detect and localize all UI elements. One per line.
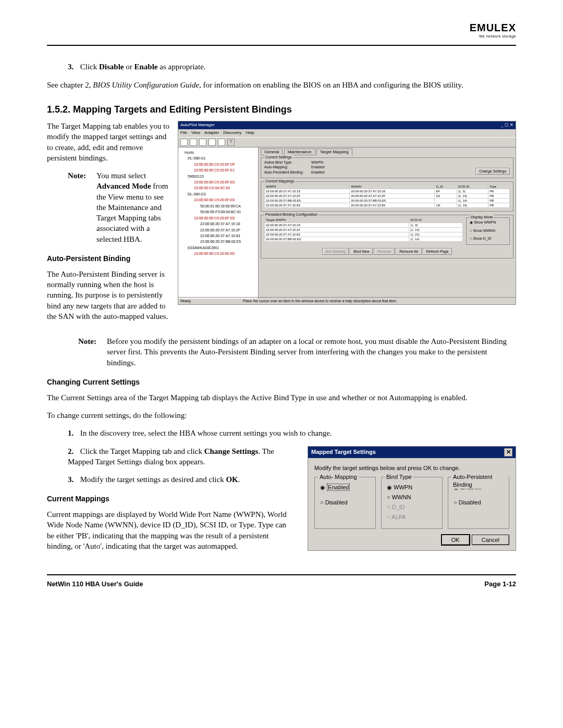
page-footer: NetWin 110 HBA User's Guide Page 1-12: [47, 574, 516, 589]
ok-button[interactable]: OK: [441, 534, 470, 546]
radio-did[interactable]: ○ D_ID: [387, 503, 437, 511]
display-mode-group: Display Mode ◉ Show WWPN ○ Show WWNN ○ S…: [466, 217, 510, 244]
change-settings-button[interactable]: Change Settings: [475, 168, 510, 175]
footer-left: NetWin 110 HBA User's Guide: [47, 579, 143, 589]
dialog-titlebar: Mapped Target Settings ✕: [308, 447, 516, 458]
brand-logo: EMULEX: [470, 22, 516, 33]
bind-new-button[interactable]: Bind New: [350, 248, 373, 255]
mappings-table[interactable]: WWPNWWNND_IDSCSI IDType 22:00:00:20:37:A…: [264, 184, 510, 208]
note-body: Before you modify the persistent binding…: [107, 336, 516, 368]
section-title: 1.5.2. Mapping Targets and Editing Persi…: [47, 103, 516, 116]
header-rule: [47, 45, 516, 46]
auto-pb-text: The Auto-Persistent Binding server is no…: [47, 269, 169, 322]
intro-paragraph: See chapter 2, BIOS Utility Configuratio…: [47, 80, 516, 90]
bindtype-group: Bind Type ◉ WWPN ○ WWNN ○ D_ID ○ ALPA: [381, 477, 443, 528]
step-1: 1. In the discovery tree, select the HBA…: [68, 428, 516, 438]
toolbar[interactable]: ?: [178, 137, 516, 147]
brand-tagline: We network storage: [47, 34, 516, 39]
toolbar-icon[interactable]: [180, 139, 188, 146]
footer-right: Page 1-12: [484, 579, 516, 589]
intro-step: 3. Click Disable or Enable as appropriat…: [68, 61, 516, 72]
mapping-intro: The Target Mapping tab enables you to mo…: [47, 121, 169, 163]
tab-bar[interactable]: General Maintenance Target Mapping: [261, 150, 513, 155]
toolbar-icon[interactable]: [209, 139, 216, 146]
current-mappings-group: Current Mappings WWPNWWNND_IDSCSI IDType…: [261, 181, 513, 212]
status-bar: Ready Place the cursor over an item in t…: [178, 297, 516, 304]
app-screenshot: AutoPilot Manager _ ▢ ✕ FileViewAdapterD…: [178, 121, 516, 305]
ccs-p2: To change current settings, do the follo…: [47, 410, 516, 421]
cm-heading: Current Mappings: [47, 494, 295, 504]
radio-wwpn[interactable]: ◉ WWPN: [387, 484, 437, 491]
tab-target-mapping[interactable]: Target Mapping: [316, 149, 352, 155]
autopb-group: Auto-Persistent Binding ◉ Enabled ○ Disa…: [448, 477, 509, 528]
pb-config-group: Persistent Binding Configuration Target …: [261, 215, 513, 258]
pb-table[interactable]: Target WWPNSCSI ID 22:00:00:20:37:A7:15:…: [264, 217, 463, 241]
window-titlebar: AutoPilot Manager _ ▢ ✕: [178, 121, 516, 129]
radio-wwnn[interactable]: ○ WWNN: [387, 493, 437, 501]
radio-disabled[interactable]: ○ Disabled: [320, 499, 370, 507]
ccs-heading: Changing Current Settings: [47, 377, 516, 387]
ccs-p1: The Current Settings area of the Target …: [47, 392, 516, 403]
note-label: Note:: [78, 336, 107, 368]
add-binding-button[interactable]: Add Binding: [322, 248, 349, 255]
page-header: EMULEX We network storage: [47, 21, 516, 43]
radio-enabled[interactable]: ◉ Enabled: [320, 484, 370, 491]
step-2: 2. Click the Target Mapping tab and clic…: [68, 446, 295, 467]
close-icon[interactable]: ✕: [504, 448, 512, 456]
window-controls[interactable]: _ ▢ ✕: [501, 122, 513, 128]
note-body: You must select Advanced Mode from the V…: [96, 170, 169, 244]
menubar[interactable]: FileViewAdapterDiscoveryHelp: [178, 129, 516, 137]
current-settings-group: Current Settings Active Bind Type:WWPN A…: [261, 157, 513, 178]
toolbar-icon[interactable]: [199, 139, 206, 146]
toolbar-icon[interactable]: [190, 139, 197, 146]
auto-pb-heading: Auto-Persistent Binding: [47, 254, 169, 264]
dialog-instruction: Modify the target settings below and pre…: [314, 464, 509, 472]
toolbar-icon[interactable]: [218, 139, 225, 146]
step-3: 3. Modify the target settings as desired…: [68, 474, 295, 485]
note-label: Note:: [68, 170, 96, 244]
radio-apb-disabled[interactable]: ○ Disabled: [454, 499, 504, 507]
refresh-page-button[interactable]: Refresh Page: [423, 248, 452, 255]
cm-text: Current mappings are displayed by World …: [47, 509, 295, 551]
remove-all-button[interactable]: Remove All: [396, 248, 421, 255]
help-icon[interactable]: ?: [227, 139, 235, 146]
automapping-group: Auto- Mapping ◉ Enabled ○ Disabled: [314, 477, 376, 528]
radio-alpa[interactable]: ○ ALPA: [387, 513, 437, 521]
discovery-tree[interactable]: Hosts DL-580-G1 10:00:00:00:C9:20:0F:DF …: [178, 147, 259, 299]
cancel-button[interactable]: Cancel: [472, 535, 509, 545]
dialog-screenshot: Mapped Target Settings ✕ Modify the targ…: [308, 446, 516, 551]
remove-button[interactable]: Remove: [374, 248, 395, 255]
